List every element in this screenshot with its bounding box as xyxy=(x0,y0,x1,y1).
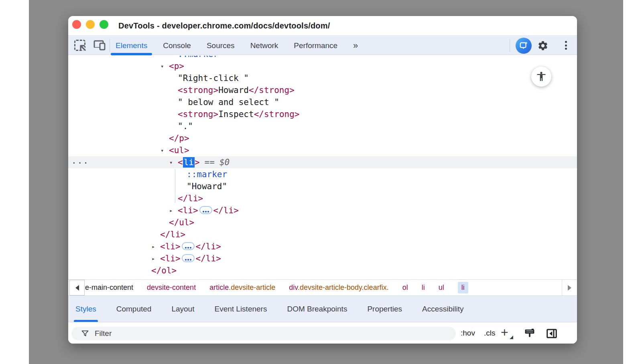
node-pseudo: ::marker xyxy=(178,56,218,59)
sidebar-tab-computed[interactable]: Computed xyxy=(116,296,152,322)
accessibility-fab[interactable] xyxy=(531,67,551,87)
inspect-element-icon[interactable] xyxy=(74,40,85,51)
node-pseudo: ::marker xyxy=(187,170,227,179)
node-tag: <strong> xyxy=(178,85,218,95)
tab-console[interactable]: Console xyxy=(163,36,191,55)
style-filter-field[interactable] xyxy=(71,327,456,340)
devtools-toolbar: ElementsConsoleSourcesNetworkPerformance… xyxy=(68,35,577,55)
node-tag: < xyxy=(178,158,183,167)
toggle-device-toolbar-icon[interactable] xyxy=(93,40,106,51)
more-actions-icon[interactable]: ... xyxy=(71,155,89,167)
sidebar-tab-event-listeners[interactable]: Event Listeners xyxy=(214,296,267,322)
breadcrumb-item[interactable]: devsite-content xyxy=(147,283,196,292)
node-text: "Right-click " xyxy=(178,73,249,83)
toggle-element-classes-button[interactable]: .cls xyxy=(484,322,496,344)
breadcrumb-scroll-left[interactable] xyxy=(69,280,85,295)
toolbar-divider xyxy=(110,39,110,52)
tab-network[interactable]: Network xyxy=(250,36,278,55)
node-tag: </li> xyxy=(178,194,203,203)
plus-icon: + xyxy=(501,322,508,342)
tab-sources[interactable]: Sources xyxy=(207,36,235,55)
tab-elements[interactable]: Elements xyxy=(116,36,147,55)
more-panels-chevron[interactable]: » xyxy=(353,36,358,55)
disclosure-arrow-collapsed-icon[interactable]: ▸ xyxy=(152,253,155,265)
disclosure-arrow-expanded-icon[interactable]: ▾ xyxy=(160,60,164,72)
expand-ellipsis-button[interactable] xyxy=(199,206,212,214)
disclosure-arrow-collapsed-icon[interactable]: ▸ xyxy=(152,241,155,253)
filter-funnel-icon xyxy=(81,330,89,338)
node-text: " below and select " xyxy=(178,97,279,107)
disclosure-arrow-expanded-icon[interactable]: ▾ xyxy=(169,156,173,168)
sidebar-tab-properties[interactable]: Properties xyxy=(367,296,402,322)
expand-ellipsis-button[interactable] xyxy=(182,242,195,250)
zoom-window-button[interactable] xyxy=(100,20,108,29)
sidebar-tab-layout[interactable]: Layout xyxy=(171,296,194,322)
crumb-part: devsite-content xyxy=(147,283,196,291)
minimize-window-button[interactable] xyxy=(86,20,95,29)
dom-tree-row[interactable]: </p> xyxy=(68,132,577,144)
sidebar-tab-styles[interactable]: Styles xyxy=(75,296,96,322)
close-window-button[interactable] xyxy=(72,20,81,29)
dom-tree-row[interactable]: </ol> xyxy=(68,265,577,277)
toggle-pseudo-state-button[interactable]: :hov xyxy=(461,322,475,344)
dom-tree-row[interactable]: " below and select " xyxy=(68,96,577,108)
cursor-arrow-icon xyxy=(79,44,87,52)
node-tag: </li> xyxy=(160,230,185,239)
devtools-window: DevTools - developer.chrome.com/docs/dev… xyxy=(68,16,577,344)
dom-tree-row[interactable]: </ul> xyxy=(68,216,577,229)
node-text: Howard xyxy=(218,85,249,95)
dom-tree-row[interactable]: </li> xyxy=(68,229,577,241)
dom-tree-row[interactable]: ::marker xyxy=(68,56,577,60)
breadcrumb-item[interactable]: ol xyxy=(402,283,408,292)
dom-tree-row[interactable]: ▸<li></li> xyxy=(68,204,577,216)
node-tag: </p> xyxy=(169,133,189,143)
sidebar-tab-strip: StylesComputedLayoutEvent ListenersDOM B… xyxy=(68,295,577,322)
ai-assistance-icon[interactable] xyxy=(516,38,532,54)
node-tag: </li> xyxy=(196,254,221,263)
node-tag: </strong> xyxy=(254,109,300,119)
node-tag: <strong> xyxy=(178,109,218,119)
dom-tree-row[interactable]: <strong>Howard</strong> xyxy=(68,84,577,96)
dropdown-triangle-icon xyxy=(510,336,513,339)
dom-tree-row[interactable]: "." xyxy=(68,120,577,132)
breadcrumb-item[interactable]: ul xyxy=(439,283,444,292)
breadcrumb-item-selected[interactable]: li xyxy=(458,282,468,293)
left-arrow-icon xyxy=(75,285,79,291)
panel-tab-strip: ElementsConsoleSourcesNetworkPerformance… xyxy=(116,36,358,55)
sidebar-tab-dom-breakpoints[interactable]: DOM Breakpoints xyxy=(287,296,347,322)
settings-gear-icon[interactable] xyxy=(537,40,549,53)
breadcrumb-scroll-right[interactable] xyxy=(562,280,577,295)
dom-tree-row-selected[interactable]: ...▾<li>==$0 xyxy=(68,156,577,168)
tab-performance[interactable]: Performance xyxy=(294,36,337,55)
crumb-part: .devsite-article xyxy=(229,283,275,291)
dom-tree-row[interactable]: ::marker xyxy=(68,168,577,180)
node-tag: </ul> xyxy=(169,218,194,227)
dom-tree-row[interactable]: <strong>Inspect</strong> xyxy=(68,108,577,120)
dom-tree-row[interactable]: ▾<p> xyxy=(68,60,577,72)
breadcrumb-item[interactable]: e-main-content xyxy=(85,283,133,292)
expand-ellipsis-button[interactable] xyxy=(182,254,195,262)
dom-tree-row[interactable]: ▸<li></li> xyxy=(68,253,577,265)
disclosure-arrow-expanded-icon[interactable]: ▾ xyxy=(160,144,164,156)
node-tag: <li> xyxy=(160,254,181,263)
kebab-menu-icon[interactable] xyxy=(562,40,570,51)
right-arrow-icon xyxy=(568,285,571,291)
toggle-sidebar-icon[interactable] xyxy=(546,328,558,341)
dom-tree-row[interactable]: </li> xyxy=(68,192,577,204)
sidebar-tab-accessibility[interactable]: Accessibility xyxy=(422,296,463,322)
dom-tree-row[interactable]: "Right-click " xyxy=(68,72,577,84)
dom-tree-row[interactable]: ▸<li></li> xyxy=(68,241,577,253)
dom-tree-row[interactable]: "Howard" xyxy=(68,180,577,192)
new-style-rule-button[interactable]: + xyxy=(501,322,514,344)
filter-input[interactable] xyxy=(95,329,424,338)
breadcrumb-item[interactable]: article.devsite-article xyxy=(209,283,275,292)
disclosure-arrow-collapsed-icon[interactable]: ▸ xyxy=(169,204,173,216)
breadcrumb-item[interactable]: div.devsite-article-body.clearfix. xyxy=(289,283,388,292)
breadcrumb-item[interactable]: li xyxy=(422,283,425,292)
dom-tree-row[interactable]: ▾<ul> xyxy=(68,144,577,156)
accessibility-person-icon xyxy=(536,71,547,82)
paint-brush-icon[interactable] xyxy=(524,328,536,341)
breadcrumb: e-main-contentdevsite-contentarticle.dev… xyxy=(85,280,468,295)
node-text: Inspect xyxy=(218,109,254,119)
node-tag: </strong> xyxy=(249,85,295,95)
